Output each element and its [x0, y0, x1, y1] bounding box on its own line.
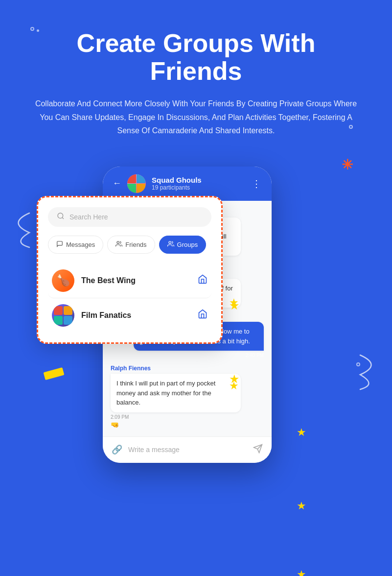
chat-group-name: Squad Ghouls: [152, 176, 246, 184]
group-avatar: [127, 174, 146, 193]
chat-input-area: 🔗 Write a message: [103, 436, 272, 463]
bubble-time-3: 2:40 PM: [134, 353, 264, 358]
groups-tab-label: Groups: [177, 241, 198, 248]
tab-bar: Messages Friends: [48, 236, 211, 254]
groups-panel: Search Here Messages: [37, 196, 223, 344]
best-wing-avatar: 🍗: [52, 269, 74, 292]
film-fanatics-avatar: [52, 304, 74, 327]
more-options-button[interactable]: ⋮: [252, 178, 262, 190]
friends-tab-icon: [115, 240, 122, 249]
star-panel-2: ★: [229, 372, 240, 386]
tab-messages[interactable]: Messages: [48, 236, 103, 254]
search-icon: [57, 212, 65, 222]
best-wing-home-icon: [198, 274, 208, 287]
message-input[interactable]: Write a message: [128, 446, 247, 454]
group-item-film-fanatics[interactable]: Film Fanatics: [48, 298, 211, 333]
bubble-time-4: 2:09 PM: [111, 414, 241, 420]
back-button[interactable]: ←: [113, 178, 121, 189]
star-panel-1: ★: [229, 299, 240, 312]
content-area: ★ ★ ← Squad Ghouls 19 participants ⋮: [0, 152, 392, 553]
attach-icon[interactable]: 🔗: [112, 444, 122, 455]
svg-point-2: [58, 213, 63, 218]
star-chat-3: ★: [297, 568, 306, 576]
tab-groups[interactable]: Groups: [159, 236, 207, 254]
messages-tab-icon: [56, 240, 63, 249]
page-title: Create Groups With Friends: [29, 29, 363, 85]
film-fanatics-label: Film Fanatics: [81, 311, 191, 320]
svg-point-5: [169, 241, 171, 244]
messages-tab-label: Messages: [66, 241, 95, 248]
tab-friends[interactable]: Friends: [107, 236, 155, 254]
film-avatar-grid: [52, 304, 74, 327]
group-item-best-wing[interactable]: 🍗 The Best Wing: [48, 264, 211, 298]
deco-circle-2: [349, 125, 353, 129]
groups-tab-icon: [167, 240, 174, 249]
group-info: Squad Ghouls 19 participants: [152, 176, 246, 191]
svg-point-4: [117, 241, 119, 244]
bubble-text-4: I think I will put in part of my pocket …: [111, 374, 241, 412]
message-4: Ralph Fiennes I think I will put in part…: [111, 365, 241, 429]
message-emoji: 🤜: [111, 421, 241, 429]
chat-participants: 19 participants: [152, 184, 246, 191]
film-fanatics-home-icon: [198, 309, 208, 321]
sender-name-4: Ralph Fiennes: [111, 365, 241, 372]
header-section: Create Groups With Friends Collaborate A…: [0, 0, 392, 152]
friends-tab-label: Friends: [125, 241, 146, 248]
star-chat-1: ★: [297, 426, 306, 439]
send-button[interactable]: [253, 444, 263, 456]
search-placeholder-text: Search Here: [69, 213, 108, 221]
best-wing-label: The Best Wing: [81, 276, 191, 285]
search-bar[interactable]: Search Here: [48, 207, 211, 227]
wing-avatar-icon: 🍗: [57, 274, 70, 287]
star-chat-2: ★: [297, 500, 306, 512]
svg-line-3: [62, 217, 64, 219]
page-subtitle: Collaborate And Connect More Closely Wit…: [30, 97, 363, 137]
